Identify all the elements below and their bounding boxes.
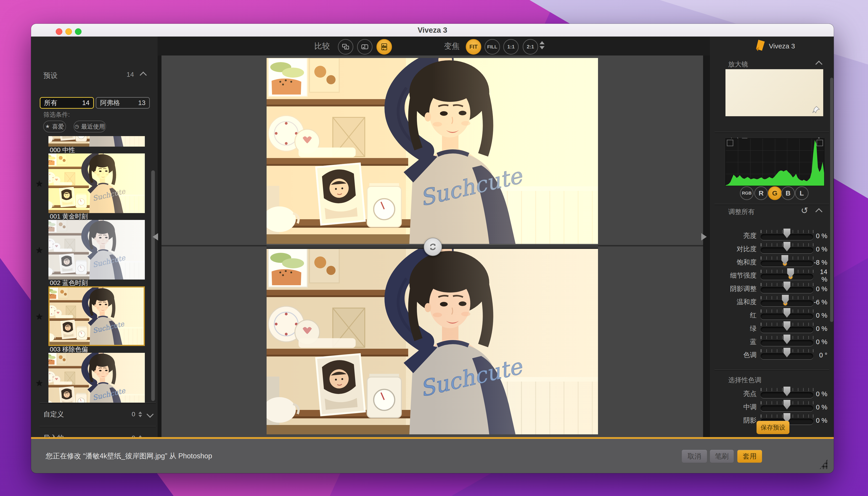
presets-sidebar: 预设 14 所有 14 阿弗格 13 筛选条件: ★ 喜爱 ◷ 最近使用 ★ bbox=[31, 36, 158, 437]
compare-side-by-side-button[interactable] bbox=[357, 39, 373, 55]
loupe-header: 放大镜 bbox=[728, 60, 748, 69]
resize-grip[interactable] bbox=[820, 460, 827, 469]
slider-hue[interactable]: 色调 0 ° bbox=[712, 347, 827, 363]
highlight-clip-toggle[interactable] bbox=[817, 140, 823, 146]
channel-b-button[interactable]: B bbox=[781, 186, 795, 200]
star-icon: ★ bbox=[45, 124, 50, 129]
compare-single-button[interactable] bbox=[338, 39, 353, 55]
sidebar-scrollbar[interactable] bbox=[151, 170, 155, 401]
panel-scrollbar[interactable] bbox=[830, 78, 833, 322]
slider-track[interactable] bbox=[761, 347, 813, 363]
shadow-clip-toggle[interactable] bbox=[727, 140, 733, 146]
zoom-2to1-button[interactable]: 2:1 bbox=[523, 39, 538, 55]
collapse-adjust-icon[interactable] bbox=[815, 208, 822, 215]
brush-button[interactable]: 笔刷 bbox=[710, 450, 734, 463]
preset-thumbnail[interactable] bbox=[48, 136, 145, 146]
preset-name: 000 中性 bbox=[48, 146, 145, 153]
count-stepper[interactable] bbox=[138, 412, 142, 417]
collapse-sidebar-arrow[interactable] bbox=[153, 233, 158, 241]
filter-recent-pill[interactable]: ◷ 最近使用 bbox=[74, 121, 106, 133]
zoom-fill-button[interactable]: FILL bbox=[484, 39, 500, 55]
preset-thumbnail[interactable] bbox=[48, 153, 145, 213]
custom-presets-row[interactable]: 自定义 0 bbox=[40, 405, 156, 423]
compare-split-horizontal-icon bbox=[380, 43, 388, 51]
collapse-loupe-icon[interactable] bbox=[815, 61, 822, 67]
step-up-icon bbox=[138, 412, 142, 414]
collapse-presets-icon[interactable] bbox=[140, 72, 146, 79]
tab-label: 所有 bbox=[44, 98, 57, 108]
channel-g-button[interactable]: G bbox=[768, 186, 782, 200]
preset-item-001[interactable]: ★ 001 黄金时刻 bbox=[48, 153, 145, 220]
slider-label: 亮点 bbox=[712, 389, 757, 399]
compare-split-vertical-icon bbox=[361, 43, 369, 51]
slider-label: 红 bbox=[712, 311, 757, 320]
preset-item-004[interactable]: ★ bbox=[48, 353, 145, 403]
reset-icon[interactable]: ↺ bbox=[801, 205, 808, 216]
tab-category[interactable]: 阿弗格 13 bbox=[96, 97, 150, 109]
preset-name: 002 蓝色时刻 bbox=[48, 280, 145, 286]
cancel-button[interactable]: 取消 bbox=[682, 450, 707, 463]
preset-item-003-selected[interactable]: ★ 003 移除色偏 bbox=[48, 286, 145, 353]
preset-name: 001 黄金时刻 bbox=[48, 213, 145, 220]
collapse-panel-arrow[interactable] bbox=[701, 233, 707, 241]
zoom-label: 变焦 bbox=[444, 36, 460, 56]
slider-value: 0 % bbox=[813, 285, 827, 293]
window-title: Viveza 3 bbox=[31, 24, 834, 36]
zoom-1to1-button[interactable]: 1:1 bbox=[503, 39, 519, 55]
filter-favorites-pill[interactable]: ★ 喜爱 bbox=[43, 121, 66, 133]
divider bbox=[714, 370, 829, 370]
favorite-star-icon[interactable]: ★ bbox=[36, 179, 43, 189]
panel-app-name: Viveza 3 bbox=[769, 36, 795, 56]
channel-l-button[interactable]: L bbox=[795, 186, 809, 200]
swap-arrows-icon bbox=[428, 242, 438, 252]
editing-status-text: 您正在修改 “潘敏4k壁纸_彼岸图网.jpg” 从 Photoshop bbox=[46, 439, 212, 473]
slider-value: 0 % bbox=[813, 390, 827, 398]
split-swap-handle[interactable] bbox=[424, 238, 442, 256]
slider-value: -6 % bbox=[813, 298, 827, 306]
apply-button[interactable]: 套用 bbox=[737, 450, 762, 463]
favorite-star-icon[interactable]: ★ bbox=[36, 378, 43, 388]
divider bbox=[714, 132, 829, 132]
divider bbox=[40, 403, 156, 403]
loupe-preview[interactable] bbox=[726, 69, 823, 116]
preset-thumbnail-selected[interactable] bbox=[48, 286, 145, 346]
save-preset-button[interactable]: 保存预设 bbox=[757, 421, 789, 434]
image-pane-before[interactable] bbox=[267, 58, 598, 244]
preset-thumbnail[interactable] bbox=[48, 220, 145, 280]
slider-label: 中调 bbox=[712, 403, 757, 412]
favorite-star-icon[interactable]: ★ bbox=[36, 312, 43, 322]
step-down-icon bbox=[138, 415, 142, 417]
expand-custom-icon[interactable] bbox=[146, 410, 154, 418]
preset-name: 003 移除色偏 bbox=[48, 346, 145, 353]
slider-value: 0 % bbox=[813, 338, 827, 346]
tab-count: 14 bbox=[82, 99, 90, 107]
image-pane-after[interactable] bbox=[267, 249, 598, 434]
footer-bar: 您正在修改 “潘敏4k壁纸_彼岸图网.jpg” 从 Photoshop 取消 笔… bbox=[31, 437, 834, 473]
tab-all-presets[interactable]: 所有 14 bbox=[40, 97, 94, 109]
preset-item-000[interactable]: ★ 000 中性 bbox=[48, 136, 145, 153]
preset-list[interactable]: ★ 000 中性 ★ 001 黄金时刻 ★ 002 蓝色时刻 ★ bbox=[31, 136, 158, 403]
slider-value: 0 % bbox=[813, 232, 827, 240]
preset-thumbnail[interactable] bbox=[48, 353, 145, 403]
zoom-fit-button[interactable]: FIT bbox=[466, 39, 481, 55]
slider-groove[interactable] bbox=[761, 274, 813, 280]
filter-label: 筛选条件: bbox=[43, 110, 70, 119]
compare-top-bottom-button[interactable] bbox=[376, 39, 392, 55]
slider-value: 0 ° bbox=[813, 352, 827, 359]
zoom-stepper[interactable] bbox=[540, 41, 545, 49]
channel-r-button[interactable]: R bbox=[754, 186, 768, 200]
favorite-star-icon[interactable]: ★ bbox=[36, 246, 43, 255]
pin-icon[interactable] bbox=[812, 106, 820, 113]
slider-value: 0 % bbox=[813, 312, 827, 319]
selective-tones-header: 选择性色调 bbox=[728, 376, 761, 385]
tab-count: 13 bbox=[138, 99, 145, 107]
slider-label: 色调 bbox=[712, 351, 757, 360]
viveza-logo-icon bbox=[755, 40, 765, 51]
histogram bbox=[726, 138, 824, 186]
slider-label: 亮度 bbox=[712, 231, 757, 241]
titlebar[interactable]: Viveza 3 bbox=[31, 24, 834, 37]
compare-label: 比较 bbox=[314, 36, 330, 56]
divider bbox=[714, 204, 829, 204]
preset-item-002[interactable]: ★ 002 蓝色时刻 bbox=[48, 220, 145, 286]
channel-rgb-button[interactable]: RGB bbox=[740, 186, 754, 200]
